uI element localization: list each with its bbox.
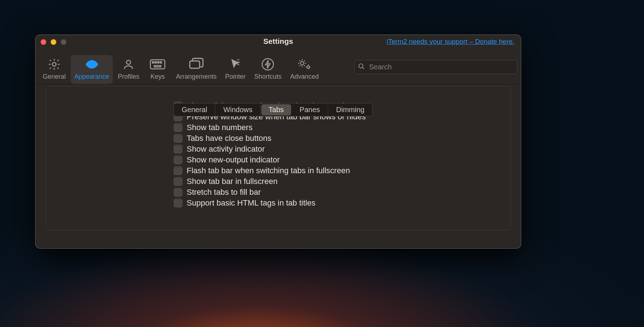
checkbox[interactable]	[174, 177, 182, 186]
checkbox[interactable]	[174, 156, 182, 164]
cursor-icon	[228, 57, 243, 72]
toolbar-item-general[interactable]: General	[39, 55, 69, 84]
toolbar-item-profiles[interactable]: Profiles	[114, 55, 143, 84]
svg-rect-4	[152, 62, 154, 63]
gear-icon	[46, 57, 62, 72]
checkbox-row: Stretch tabs to fill bar	[174, 188, 500, 197]
search-input[interactable]	[354, 60, 517, 74]
settings-window: Settings iTerm2 needs your support – Don…	[35, 34, 521, 249]
checkbox-row: Tabs have close buttons	[174, 134, 500, 143]
person-icon	[121, 57, 136, 72]
svg-point-1	[90, 63, 94, 66]
svg-rect-6	[158, 62, 159, 63]
svg-point-12	[307, 66, 310, 68]
toolbar-item-advanced[interactable]: Advanced	[286, 55, 322, 84]
eye-icon	[84, 57, 100, 72]
toolbar-label: Pointer	[225, 73, 246, 80]
toolbar: General Appearance Profiles	[36, 48, 521, 84]
checkbox[interactable]	[174, 134, 182, 143]
checkbox-label: Show activity indicator	[187, 144, 265, 154]
search-icon	[358, 63, 365, 72]
search-field-wrap	[354, 60, 517, 74]
gears-icon	[297, 57, 312, 72]
svg-point-11	[300, 61, 304, 65]
titlebar: Settings iTerm2 needs your support – Don…	[36, 35, 521, 48]
checkbox[interactable]	[174, 123, 182, 132]
svg-rect-8	[154, 66, 161, 67]
checkbox-label: Stretch tabs to fill bar	[187, 188, 261, 197]
content-area: Show tab bar even when there is only one…	[36, 84, 521, 252]
toolbar-item-pointer[interactable]: Pointer	[221, 55, 249, 84]
donate-link[interactable]: iTerm2 needs your support – Donate here.	[387, 38, 514, 46]
toolbar-label: Shortcuts	[254, 73, 281, 80]
toolbar-label: Arrangements	[176, 73, 216, 80]
svg-rect-7	[160, 62, 162, 63]
checkbox-label: Flash tab bar when switching tabs in ful…	[187, 166, 350, 175]
toolbar-label: Appearance	[74, 73, 109, 80]
segment-panes[interactable]: Panes	[292, 103, 328, 116]
close-window-button[interactable]	[41, 39, 46, 45]
traffic-lights	[41, 39, 66, 45]
zoom-window-button[interactable]	[61, 39, 66, 45]
toolbar-label: Profiles	[118, 73, 139, 80]
toolbar-item-shortcuts[interactable]: Shortcuts	[251, 55, 285, 84]
checkbox[interactable]	[174, 188, 182, 197]
segment-general[interactable]: General	[174, 103, 215, 116]
checkbox-row: Show tab numbers	[174, 123, 500, 132]
checkbox-label: Show tab bar in fullscreen	[187, 177, 277, 186]
toolbar-label: General	[43, 73, 66, 80]
toolbar-item-arrangements[interactable]: Arrangements	[172, 55, 220, 84]
toolbar-label: Keys	[150, 73, 165, 80]
checkbox-label: Support basic HTML tags in tab titles	[187, 198, 316, 208]
toolbar-item-keys[interactable]: Keys	[144, 55, 171, 84]
checkbox-row: Show new-output indicator	[174, 155, 500, 165]
windows-stack-icon	[188, 57, 204, 72]
toolbar-label: Advanced	[290, 73, 319, 80]
svg-rect-5	[155, 62, 157, 63]
segment-dimming[interactable]: Dimming	[328, 103, 372, 116]
svg-point-10	[262, 59, 274, 70]
checkbox[interactable]	[174, 199, 182, 207]
svg-point-2	[126, 60, 130, 64]
segment-tabs[interactable]: Tabs	[261, 104, 291, 115]
minimize-window-button[interactable]	[51, 39, 56, 45]
svg-point-13	[359, 64, 363, 68]
svg-rect-9	[190, 61, 200, 68]
keyboard-icon	[150, 57, 165, 72]
checkbox-label: Show new-output indicator	[187, 155, 280, 165]
checkbox-label: Show tab numbers	[187, 123, 252, 132]
checkbox-row: Show activity indicator	[174, 144, 500, 154]
svg-point-0	[52, 63, 56, 66]
checkbox[interactable]	[174, 145, 182, 153]
appearance-subtab-segmented: GeneralWindowsTabsPanesDimming	[173, 103, 373, 116]
svg-rect-3	[150, 60, 165, 69]
checkbox-row: Flash tab bar when switching tabs in ful…	[174, 166, 500, 175]
bolt-icon	[260, 57, 276, 72]
checkbox-row: Support basic HTML tags in tab titles	[174, 198, 500, 208]
checkbox-row: Show tab bar in fullscreen	[174, 177, 500, 186]
segment-windows[interactable]: Windows	[215, 103, 261, 116]
toolbar-item-appearance[interactable]: Appearance	[71, 55, 113, 84]
checkbox[interactable]	[174, 166, 182, 175]
checkbox-label: Tabs have close buttons	[187, 134, 271, 143]
